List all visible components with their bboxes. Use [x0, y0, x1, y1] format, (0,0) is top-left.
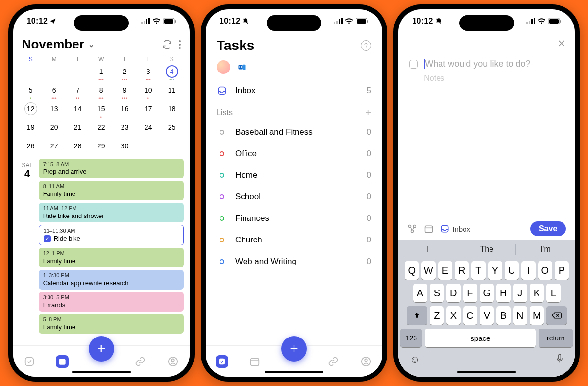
phone-new-task: 10:12 × What would you like to do?: [393, 4, 580, 382]
dnd-icon: [435, 18, 442, 24]
task-toolbar: Inbox Save: [398, 217, 575, 240]
task-title-input[interactable]: What would you like to do?: [424, 59, 564, 69]
key[interactable]: Q: [405, 261, 419, 280]
event-item[interactable]: 7:15–8 AMPrep and arrive: [39, 159, 184, 178]
list-item[interactable]: School0: [206, 186, 382, 208]
suggestion[interactable]: I'm: [516, 240, 575, 259]
event-item-task[interactable]: 11–11:30 AM✓Ride bike: [39, 225, 184, 245]
svg-rect-3: [148, 18, 150, 24]
home-indicator[interactable]: [72, 371, 131, 373]
svg-rect-29: [526, 22, 528, 24]
home-indicator[interactable]: [265, 371, 323, 373]
tab-links[interactable]: [134, 355, 147, 368]
account-avatar[interactable]: [217, 60, 230, 74]
svg-rect-16: [339, 19, 340, 24]
keyboard: I The I'm QWERTYUIOP ASDFGHJKL ZXCVBNM 1…: [398, 240, 575, 377]
svg-rect-31: [531, 19, 533, 24]
add-button[interactable]: +: [89, 336, 114, 362]
svg-rect-41: [559, 354, 561, 360]
svg-rect-5: [164, 19, 173, 24]
tab-tasks[interactable]: [216, 355, 228, 368]
phone-tasks: 10:12 Tasks ? O Inbox 5: [201, 4, 387, 382]
sync-icon[interactable]: [162, 40, 172, 49]
wifi-icon: [345, 18, 353, 24]
list-item[interactable]: Web and Writing0: [206, 251, 382, 272]
suggestion[interactable]: I: [398, 240, 457, 259]
suggestion[interactable]: The: [457, 240, 516, 259]
svg-rect-34: [549, 19, 559, 24]
page-title: Tasks: [217, 38, 254, 53]
chevron-down-icon: ⌄: [88, 40, 95, 49]
list-selector[interactable]: Inbox: [441, 224, 470, 233]
lists-header: Lists: [217, 108, 233, 117]
svg-rect-11: [59, 359, 65, 364]
tab-profile[interactable]: [360, 355, 372, 368]
mic-key[interactable]: [555, 353, 564, 364]
svg-point-7: [179, 40, 181, 42]
event-item[interactable]: 5–8 PMFamily time: [39, 314, 184, 334]
status-time: 10:12: [412, 17, 433, 25]
month-grid[interactable]: 1••• 2••• 3••• 4••• 5• 6••• 7•• 8••• 9••…: [13, 63, 190, 156]
backspace-key[interactable]: [546, 306, 567, 325]
task-checkbox[interactable]: [409, 60, 418, 69]
event-item[interactable]: 1–3:30 PMCalendar app rewrite research: [39, 270, 184, 290]
list-item[interactable]: Office0: [206, 143, 382, 165]
wifi-icon: [538, 18, 546, 24]
agenda-date: SAT 4: [19, 159, 36, 180]
svg-text:O: O: [239, 65, 242, 69]
event-item[interactable]: 12–1 PMFamily time: [39, 248, 184, 267]
inbox-row[interactable]: Inbox 5: [206, 80, 382, 101]
svg-rect-10: [25, 357, 34, 365]
subtasks-icon[interactable]: [407, 224, 417, 234]
list-item[interactable]: Home0: [206, 165, 382, 186]
tab-calendar[interactable]: [248, 355, 261, 368]
svg-rect-14: [334, 22, 335, 24]
tab-tasks[interactable]: [23, 355, 36, 368]
location-icon: [49, 18, 56, 24]
list-item[interactable]: Church0: [206, 229, 382, 251]
event-item[interactable]: 8–11 AMFamily time: [39, 181, 184, 200]
list-item[interactable]: Baseball and Fitness0: [206, 121, 382, 143]
battery-icon: [356, 18, 368, 24]
svg-rect-19: [357, 19, 366, 24]
help-icon[interactable]: ?: [361, 40, 371, 51]
inbox-icon: [441, 224, 449, 233]
dynamic-island: [267, 15, 321, 31]
svg-point-38: [411, 230, 414, 233]
outlook-icon[interactable]: O: [235, 60, 249, 74]
status-time: 10:12: [27, 17, 48, 25]
shift-key[interactable]: [407, 306, 427, 325]
save-button[interactable]: Save: [530, 221, 566, 236]
event-item[interactable]: 3:30–5 PMErrands: [39, 292, 184, 312]
tab-links[interactable]: [327, 355, 340, 368]
svg-point-8: [179, 44, 181, 46]
add-button[interactable]: +: [281, 336, 307, 362]
dnd-icon: [242, 18, 249, 24]
weekday-header: SMTWTFS: [13, 56, 190, 63]
svg-rect-1: [144, 21, 145, 24]
svg-rect-40: [442, 225, 449, 232]
tab-profile[interactable]: [167, 355, 179, 368]
dynamic-island: [74, 15, 129, 31]
home-indicator[interactable]: [457, 371, 516, 373]
month-picker[interactable]: November ⌄: [22, 37, 95, 52]
more-icon[interactable]: [179, 40, 181, 49]
svg-rect-0: [141, 22, 143, 24]
day-cell: 1•••: [90, 64, 113, 79]
status-time: 10:12: [220, 17, 240, 25]
notes-input[interactable]: Notes: [409, 74, 564, 83]
close-icon[interactable]: ×: [558, 36, 565, 51]
svg-rect-17: [341, 18, 343, 24]
space-key[interactable]: space: [425, 329, 536, 347]
emoji-key[interactable]: ☺: [409, 353, 420, 366]
task-check-icon[interactable]: ✓: [44, 235, 51, 242]
add-list-icon[interactable]: +: [365, 106, 371, 119]
month-label: November: [22, 37, 84, 52]
return-key[interactable]: return: [539, 329, 573, 347]
svg-rect-24: [218, 87, 225, 95]
date-icon[interactable]: [424, 224, 434, 234]
numeric-key[interactable]: 123: [400, 329, 422, 347]
tab-calendar[interactable]: [56, 355, 69, 368]
event-item[interactable]: 11 AM–12 PMRide bike and shower: [39, 203, 184, 222]
list-item[interactable]: Finances0: [206, 208, 382, 229]
